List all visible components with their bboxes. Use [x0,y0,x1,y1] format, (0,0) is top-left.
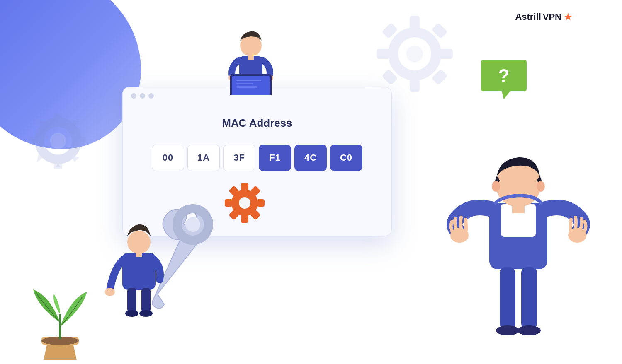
mac-segment-f1: F1 [259,145,291,171]
browser-dot-1 [131,93,136,99]
svg-point-41 [125,310,138,317]
svg-rect-5 [410,79,420,92]
svg-point-3 [406,46,423,62]
svg-rect-14 [248,55,254,60]
gear-orange-icon [224,182,265,224]
svg-point-53 [496,325,519,335]
browser-dot-3 [148,93,154,99]
svg-rect-51 [500,267,515,329]
mac-segment-4c: 4C [294,145,327,171]
mac-address-title: MAC Address [222,117,292,130]
question-bubble: ? [477,58,531,104]
svg-point-42 [139,310,153,317]
svg-point-38 [105,288,115,296]
svg-rect-4 [410,16,420,29]
person-laptop-illustration [209,12,292,95]
svg-rect-25 [241,183,248,190]
svg-rect-21 [236,83,253,84]
person-wrench-illustration [97,203,205,327]
mac-segments-container: 00 1A 3F F1 4C C0 [152,145,362,171]
logo-astrill-text: Astrill [515,12,541,22]
svg-point-46 [492,181,500,192]
mac-segment-c0: C0 [330,145,362,171]
plant-illustration [29,273,91,364]
mac-address-section: MAC Address 00 1A 3F F1 4C C0 [123,104,391,171]
svg-point-1 [50,133,66,149]
browser-dot-2 [140,93,145,99]
gear-background-left-icon [25,108,91,176]
svg-point-36 [127,231,151,254]
person-shrug-illustration [435,104,601,352]
svg-rect-27 [225,199,232,207]
svg-rect-28 [257,199,265,207]
svg-rect-48 [512,205,525,213]
svg-point-47 [537,181,545,192]
gear-background-right-icon [373,12,456,97]
svg-rect-22 [236,86,257,88]
svg-text:?: ? [498,65,510,86]
logo-vpn-text: VPN [543,12,561,22]
svg-rect-37 [136,252,142,257]
svg-point-34 [239,197,250,209]
svg-rect-26 [241,215,248,223]
svg-point-54 [518,325,541,335]
mac-segment-3f: 3F [223,145,255,171]
svg-rect-20 [236,80,261,81]
svg-rect-6 [377,49,390,59]
svg-rect-18 [232,76,270,95]
svg-rect-40 [141,288,151,313]
mac-segment-1a: 1A [187,145,220,171]
astrill-logo: AstrillVPN [515,12,572,22]
svg-rect-7 [440,49,453,59]
svg-rect-52 [521,267,537,329]
svg-rect-39 [127,288,136,313]
logo-star-icon [564,13,572,21]
mac-segment-00: 00 [152,145,184,171]
